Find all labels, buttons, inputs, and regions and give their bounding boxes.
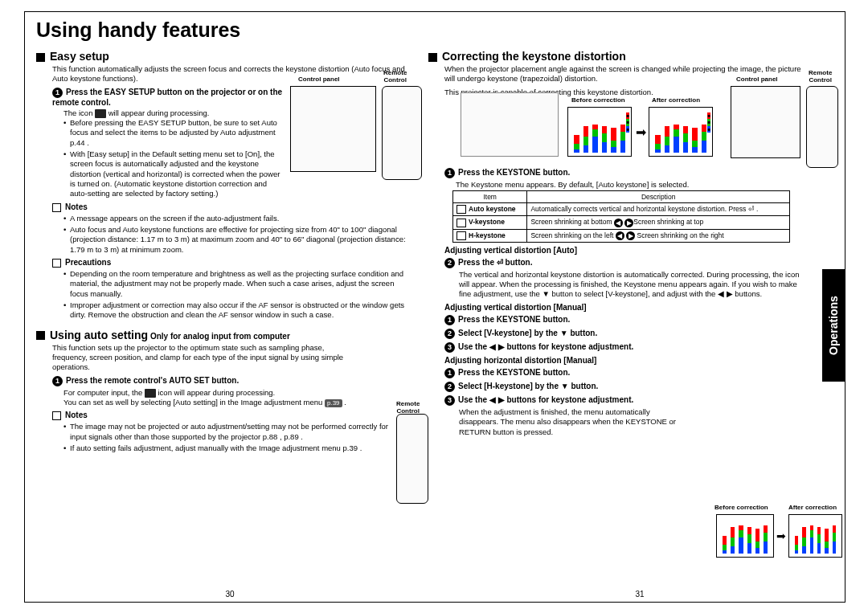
legend — [707, 112, 710, 133]
box-icon — [52, 411, 61, 420]
page-numbers: 30 31 — [25, 590, 845, 599]
precautions-heading: Precautions — [52, 258, 406, 268]
keystone-table: ItemDescription Auto keystone Automatica… — [452, 190, 790, 243]
step-number-icon: 1 — [52, 376, 63, 386]
heading-subtext: Only for analog input from computer — [148, 332, 290, 341]
text: Press the ⏎ button. — [458, 258, 532, 267]
item-label: Auto keystone — [469, 205, 516, 213]
processing-icon — [95, 109, 106, 118]
list-item: A message appears on the screen if the a… — [63, 214, 406, 223]
step: 2Select [V-keystone] by the ▼ button. — [444, 329, 806, 339]
text: . — [342, 398, 346, 407]
before-correction-label-2: Before correction — [714, 505, 768, 512]
text: Press the KEYSTONE button. — [458, 368, 570, 377]
remote-control-label-2: Remote Control — [396, 401, 420, 415]
h-keystone-icon — [457, 231, 466, 240]
text: Screen shrinking on the left — [530, 231, 615, 239]
step: 3Use the ◀ ▶ buttons for keystone adjust… — [444, 395, 806, 406]
adj-v-auto-step2: 2Press the ⏎ button. — [444, 258, 806, 268]
bars — [719, 512, 772, 554]
text: Screen shrinking at top — [633, 218, 703, 226]
content-frame: Using handy features Easy setup This fun… — [24, 11, 845, 603]
list-item: Before pressing the EASY SETUP button, b… — [63, 118, 285, 148]
page-num-right: 31 — [435, 590, 845, 599]
step-body: The icon will appear during processing. — [63, 108, 285, 118]
left-arrow-icon: ◀ — [614, 219, 623, 227]
page-num-left: 30 — [25, 590, 435, 599]
list-item: The image may not be projected or auto a… — [63, 422, 406, 442]
text: Press the KEYSTONE button. — [458, 315, 570, 324]
remote-control-diagram-3 — [806, 86, 838, 168]
text: Screen shrinking at bottom — [530, 218, 613, 226]
item-desc: Screen shrinking on the left ◀ ▶ Screen … — [527, 229, 790, 242]
heading-text: Notes — [65, 202, 88, 211]
item-desc: Screen shrinking at bottom ◀ ▶Screen shr… — [527, 216, 790, 229]
auto-setting-step1: 1Press the remote control's AUTO SET but… — [52, 376, 374, 408]
notes-heading-2: Notes — [52, 411, 406, 420]
right-arrow-icon: ▶ — [624, 219, 633, 227]
adj-v-auto-head: Adjusting vertical distortion [Auto] — [444, 246, 806, 255]
manual-spread: Using handy features Easy setup This fun… — [0, 0, 868, 613]
adj-h-man-head: Adjusting horizontal distortion [Manual] — [444, 356, 806, 365]
step: 1Press the KEYSTONE button. — [444, 315, 806, 325]
chart-after-bottom — [788, 514, 842, 558]
bars — [570, 111, 629, 153]
control-panel-diagram-2 — [731, 86, 800, 158]
text: The icon — [63, 108, 95, 117]
text: will appear during processing. — [106, 108, 209, 117]
box-icon — [52, 203, 61, 212]
heading-text: Easy setup — [50, 50, 109, 63]
remote-control-label-3: Remote Control — [809, 70, 832, 84]
heading-text: Precautions — [65, 258, 111, 267]
section-tab: Operations — [822, 269, 845, 382]
step-number-icon: 1 — [444, 368, 455, 378]
step-number-icon: 2 — [444, 382, 455, 392]
auto-setting-heading: Using auto setting Only for analog input… — [36, 329, 406, 341]
processing-icon — [145, 389, 156, 398]
control-panel-diagram — [290, 86, 376, 172]
step-number-icon: 1 — [444, 315, 455, 325]
after-correction-label-2: After correction — [788, 505, 837, 512]
v-keystone-icon — [457, 219, 466, 227]
projector-diagram — [461, 92, 559, 157]
list-item: If auto setting fails adjustment, adjust… — [63, 443, 406, 453]
step: 2Select [H-keystone] by the ▼ button. — [444, 382, 806, 392]
page-title: Using handy features — [36, 18, 813, 42]
notes-list-2: The image may not be projected or auto a… — [63, 422, 406, 453]
text: Use the ◀ ▶ buttons for keystone adjustm… — [458, 395, 633, 404]
easy-setup-bullets: Before pressing the EASY SETUP button, b… — [63, 118, 285, 199]
notes-heading: Notes — [52, 202, 406, 212]
easy-setup-heading: Easy setup — [36, 50, 406, 63]
remote-control-label: Remote Control — [383, 70, 407, 84]
step-number-icon: 2 — [444, 329, 455, 339]
legend — [626, 112, 629, 133]
left-arrow-icon: ◀ — [616, 231, 624, 240]
table-row: H-keystone Screen shrinking on the left … — [453, 229, 790, 242]
step-number-icon: 3 — [444, 342, 455, 353]
square-bullet-icon — [36, 331, 45, 340]
chart-before-bottom — [716, 514, 774, 558]
page-ref: p.39 — [325, 399, 342, 407]
text: Select [V-keystone] by the ▼ button. — [458, 329, 597, 337]
chart-after-top — [649, 107, 713, 157]
step-number-icon: 1 — [444, 168, 455, 178]
step-body: The Keystone menu appears. By default, [… — [456, 180, 806, 189]
table-row: V-keystone Screen shrinking at bottom ◀ … — [453, 216, 790, 229]
step-head-text: Press the remote control's AUTO SET butt… — [66, 376, 239, 385]
heading-text: Using auto setting — [50, 329, 148, 341]
text: For computer input, the — [63, 388, 145, 397]
square-bullet-icon — [428, 53, 437, 62]
step-number-icon: 2 — [444, 258, 455, 268]
control-panel-label-2: Control panel — [736, 76, 778, 84]
step-body: For computer input, the icon will appear… — [63, 388, 374, 408]
heading-text: Correcting the keystone distortion — [442, 50, 626, 63]
step-head-text: Press the KEYSTONE button. — [458, 168, 570, 177]
table-row: Auto keystone Automatically corrects ver… — [453, 203, 790, 216]
item-label: H-keystone — [469, 231, 506, 239]
list-item: Depending on the room temperature and br… — [63, 269, 406, 299]
notes-list: A message appears on the screen if the a… — [63, 214, 406, 255]
remote-control-diagram — [382, 86, 422, 180]
item-desc: Automatically corrects vertical and hori… — [527, 203, 790, 216]
table-header: Item — [453, 191, 527, 203]
step-number-icon: 1 — [52, 88, 63, 98]
